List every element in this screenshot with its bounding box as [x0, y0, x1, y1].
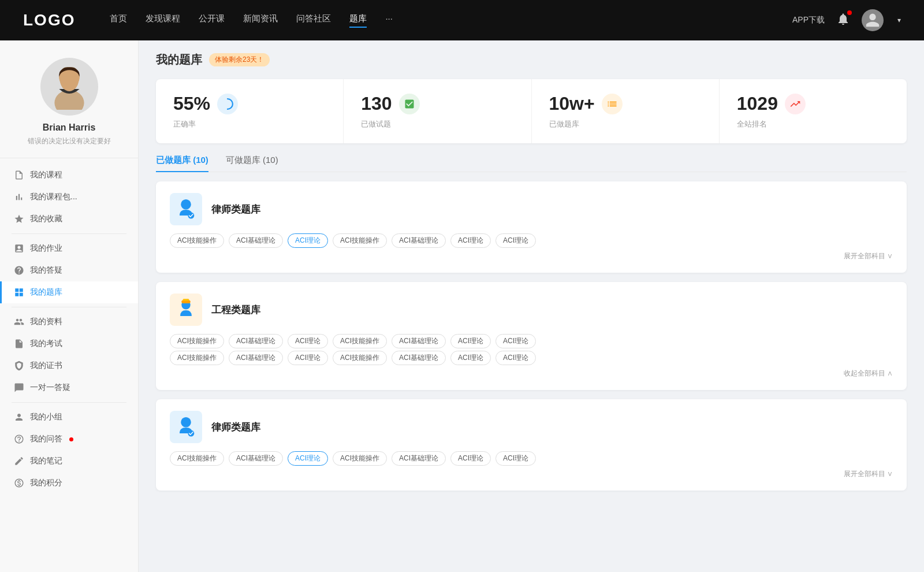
- eng-tag-r2-4[interactable]: ACI基础理论: [392, 351, 446, 365]
- profile-motto: 错误的决定比没有决定要好: [16, 136, 122, 146]
- stat-done-questions: 130 已做试题: [344, 79, 531, 143]
- page-wrapper: Brian Harris 错误的决定比没有决定要好 我的课程 我的课程包... …: [0, 40, 924, 572]
- tag-4[interactable]: ACI基础理论: [392, 233, 446, 248]
- tag-0[interactable]: ACI技能操作: [170, 233, 224, 248]
- sidebar-label-notes: 我的笔记: [30, 456, 62, 466]
- tag-1[interactable]: ACI基础理论: [229, 233, 283, 248]
- sidebar-menu: 我的课程 我的课程包... 我的收藏 我的作业 我的答疑: [0, 158, 138, 494]
- nav-discover[interactable]: 发现课程: [146, 13, 180, 28]
- eng-tag-r2-5[interactable]: ACI理论: [450, 351, 491, 365]
- eng-tag-1[interactable]: ACI基础理论: [229, 334, 283, 348]
- sidebar-label-1on1: 一对一答疑: [30, 382, 70, 393]
- tag-2[interactable]: ACI理论: [288, 233, 328, 248]
- sidebar-label-points: 我的积分: [30, 478, 62, 488]
- l2-tag-0[interactable]: ACI技能操作: [170, 451, 224, 466]
- stat-done-banks-icon: [602, 94, 623, 114]
- expand-link-2[interactable]: 收起全部科目 ∧: [170, 369, 893, 378]
- eng-tag-r2-1[interactable]: ACI基础理论: [229, 351, 283, 365]
- bank-card-lawyer-1: 律师类题库 ACI技能操作 ACI基础理论 ACI理论 ACI技能操作 ACI基…: [156, 181, 907, 273]
- bank-card-header-3: 律师类题库: [170, 411, 893, 443]
- divider-3: [12, 402, 126, 403]
- tag-5[interactable]: ACI理论: [450, 233, 491, 248]
- sidebar-item-courses[interactable]: 我的课程: [0, 164, 138, 186]
- eng-tag-2[interactable]: ACI理论: [288, 334, 328, 348]
- app-download-button[interactable]: APP下载: [792, 15, 825, 25]
- sidebar-item-qa[interactable]: 我的答疑: [0, 259, 138, 281]
- nav-mooc[interactable]: 公开课: [199, 13, 225, 28]
- expand-link-3[interactable]: 展开全部科目 ∨: [170, 469, 893, 479]
- nav-qa[interactable]: 问答社区: [296, 13, 331, 28]
- sidebar-item-certificates[interactable]: 我的证书: [0, 355, 138, 377]
- eng-tag-r2-6[interactable]: ACI理论: [495, 351, 536, 365]
- sidebar-label-certificates: 我的证书: [30, 361, 62, 371]
- user-avatar[interactable]: [862, 9, 884, 31]
- nav-home[interactable]: 首页: [110, 13, 127, 28]
- sidebar-item-groups[interactable]: 我的小组: [0, 406, 138, 428]
- l2-tag-1[interactable]: ACI基础理论: [229, 451, 283, 466]
- bank-tags-lawyer-1: ACI技能操作 ACI基础理论 ACI理论 ACI技能操作 ACI基础理论 AC…: [170, 233, 893, 248]
- notification-badge: [847, 10, 852, 15]
- tab-available-banks[interactable]: 可做题库 (10): [226, 155, 278, 172]
- bank-title-engineer: 工程类题库: [211, 303, 260, 317]
- bank-icon-lawyer-2: [170, 411, 202, 443]
- l2-tag-4[interactable]: ACI基础理论: [392, 451, 446, 466]
- bank-card-engineer: 工程类题库 ACI技能操作 ACI基础理论 ACI理论 ACI技能操作 ACI基…: [156, 282, 907, 390]
- svg-point-5: [181, 199, 191, 210]
- profile-area: Brian Harris 错误的决定比没有决定要好: [0, 58, 138, 158]
- eng-tag-r2-3[interactable]: ACI技能操作: [333, 351, 387, 365]
- bank-title-lawyer-1: 律师类题库: [211, 203, 260, 216]
- svg-rect-9: [183, 299, 189, 300]
- sidebar-item-my-qa[interactable]: 我的问答: [0, 428, 138, 450]
- divider-2: [12, 307, 126, 307]
- nav-more[interactable]: ···: [385, 13, 393, 28]
- svg-point-10: [181, 417, 191, 428]
- logo[interactable]: LOGO: [23, 11, 75, 29]
- eng-tag-r2-0[interactable]: ACI技能操作: [170, 351, 224, 365]
- nav-bank[interactable]: 题库: [349, 13, 367, 28]
- sidebar-item-materials[interactable]: 我的资料: [0, 311, 138, 333]
- bank-tags-lawyer-2: ACI技能操作 ACI基础理论 ACI理论 ACI技能操作 ACI基础理论 AC…: [170, 451, 893, 466]
- avatar: [40, 58, 98, 116]
- expand-link-1[interactable]: 展开全部科目 ∨: [170, 251, 893, 261]
- eng-tag-r2-2[interactable]: ACI理论: [288, 351, 328, 365]
- eng-tag-4[interactable]: ACI基础理论: [392, 334, 446, 348]
- nav-links: 首页 发现课程 公开课 新闻资讯 问答社区 题库 ···: [110, 13, 792, 28]
- nav-news[interactable]: 新闻资讯: [243, 13, 278, 28]
- navbar-right: APP下载 ▾: [792, 9, 901, 31]
- trial-badge: 体验剩余23天！: [209, 53, 270, 66]
- tab-done-banks[interactable]: 已做题库 (10): [156, 155, 208, 172]
- bank-card-lawyer-2: 律师类题库 ACI技能操作 ACI基础理论 ACI理论 ACI技能操作 ACI基…: [156, 399, 907, 491]
- l2-tag-6[interactable]: ACI理论: [495, 451, 536, 466]
- sidebar-item-favorites[interactable]: 我的收藏: [0, 208, 138, 230]
- sidebar-item-exams[interactable]: 我的考试: [0, 333, 138, 355]
- eng-tag-5[interactable]: ACI理论: [450, 334, 491, 348]
- sidebar: Brian Harris 错误的决定比没有决定要好 我的课程 我的课程包... …: [0, 40, 139, 572]
- l2-tag-3[interactable]: ACI技能操作: [333, 451, 387, 466]
- sidebar-label-course-pack: 我的课程包...: [30, 192, 77, 202]
- notification-bell[interactable]: [836, 12, 850, 28]
- eng-tag-0[interactable]: ACI技能操作: [170, 334, 224, 348]
- sidebar-label-homework: 我的作业: [30, 243, 62, 254]
- eng-tag-3[interactable]: ACI技能操作: [333, 334, 387, 348]
- l2-tag-5[interactable]: ACI理论: [450, 451, 491, 466]
- sidebar-item-question-bank[interactable]: 我的题库: [0, 281, 138, 303]
- qa-unread-dot: [69, 437, 73, 441]
- stat-accuracy-value: 55%: [173, 93, 210, 114]
- sidebar-item-notes[interactable]: 我的笔记: [0, 450, 138, 472]
- stat-ranking: 1029 全站排名: [720, 79, 907, 143]
- stat-done-banks-value: 10w+: [549, 93, 595, 114]
- tag-3[interactable]: ACI技能操作: [333, 233, 387, 248]
- sidebar-item-points[interactable]: 我的积分: [0, 472, 138, 494]
- sidebar-label-materials: 我的资料: [30, 317, 62, 327]
- l2-tag-2[interactable]: ACI理论: [288, 451, 328, 466]
- bank-icon-engineer: [170, 294, 202, 326]
- divider-1: [12, 233, 126, 234]
- sidebar-label-groups: 我的小组: [30, 412, 62, 422]
- eng-tag-6[interactable]: ACI理论: [495, 334, 536, 348]
- sidebar-item-1on1[interactable]: 一对一答疑: [0, 377, 138, 399]
- sidebar-label-courses: 我的课程: [30, 170, 62, 180]
- user-dropdown-chevron[interactable]: ▾: [897, 16, 901, 24]
- tag-6[interactable]: ACI理论: [495, 233, 536, 248]
- sidebar-item-homework[interactable]: 我的作业: [0, 237, 138, 259]
- sidebar-item-course-pack[interactable]: 我的课程包...: [0, 186, 138, 208]
